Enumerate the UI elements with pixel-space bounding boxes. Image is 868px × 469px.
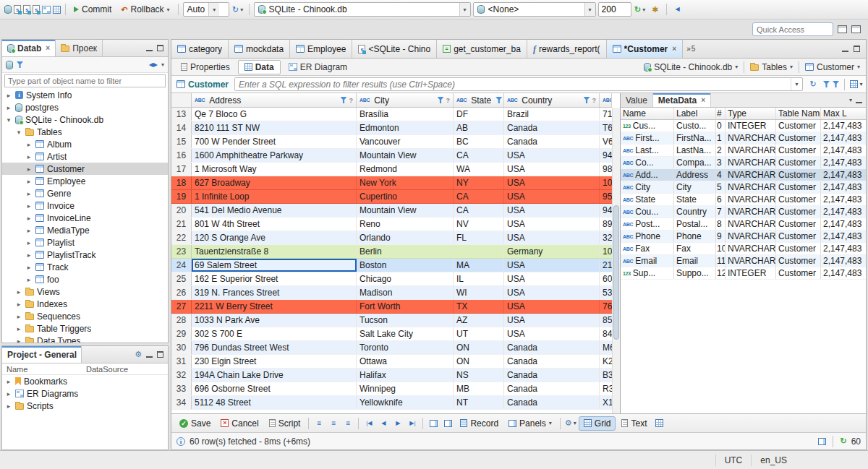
- row-number[interactable]: 26: [171, 286, 192, 299]
- export-panel-icon[interactable]: [818, 438, 826, 445]
- grid-cell[interactable]: 71: [600, 108, 612, 121]
- metadata-maxlen[interactable]: 2,147,483: [821, 243, 866, 254]
- tree-item-system-info[interactable]: ▸System Info: [2, 89, 168, 101]
- metadata-table[interactable]: Customer: [776, 181, 821, 193]
- grid-cell[interactable]: CA: [454, 204, 504, 217]
- grid-cell[interactable]: AB: [454, 121, 504, 134]
- grid-cell[interactable]: 230 Elgin Street: [192, 355, 357, 368]
- fetch-size-input[interactable]: [598, 2, 631, 17]
- filter-icon[interactable]: [438, 97, 444, 103]
- grid-cell[interactable]: 700 W Pender Street: [192, 135, 357, 148]
- expander-icon[interactable]: ▸: [25, 215, 33, 222]
- grid-cell[interactable]: 84: [600, 327, 612, 340]
- grid-cell[interactable]: Winnipeg: [357, 382, 454, 395]
- grid-cell[interactable]: 32: [600, 231, 612, 244]
- table-row[interactable]: 32194A Chain Lake DriveHalifaxNSCanadaB3: [171, 369, 612, 382]
- first-row-icon[interactable]: |◀: [362, 416, 375, 431]
- tree-item-postgres[interactable]: ▸postgres: [2, 101, 168, 113]
- metadata-label[interactable]: Country: [674, 206, 716, 218]
- metadata-column-name[interactable]: Name: [621, 108, 674, 119]
- table-row[interactable]: 345112 48 StreetYellowknifeNTCanadaX1: [171, 396, 612, 410]
- grid-cell[interactable]: Canada: [504, 121, 600, 134]
- metadata-type[interactable]: NVARCHAR: [726, 206, 776, 218]
- metadata-name-cell[interactable]: ABCPhone: [621, 231, 674, 242]
- row-number[interactable]: 17: [171, 163, 192, 176]
- row-number[interactable]: 20: [171, 204, 192, 217]
- auto-refresh-icon[interactable]: ↻▾: [231, 2, 244, 17]
- help-icon[interactable]: ?: [446, 97, 451, 104]
- grid-cell[interactable]: Orlando: [357, 231, 454, 244]
- tab-metadata[interactable]: MetaData×: [653, 93, 711, 107]
- table-row[interactable]: 25162 E Superior StreetChicagoILUSA60: [171, 272, 612, 286]
- grid-cell[interactable]: 162 E Superior Street: [192, 272, 357, 285]
- sql-editor-icon[interactable]: [14, 5, 21, 14]
- grid-cell[interactable]: IL: [454, 272, 504, 285]
- close-icon[interactable]: ×: [672, 45, 676, 53]
- metadata-maxlen[interactable]: 2,147,483: [821, 132, 866, 144]
- grid-cell[interactable]: 53: [600, 286, 612, 299]
- grid-cell[interactable]: USA: [504, 149, 600, 162]
- table-row[interactable]: 281033 N Park AveTucsonAZUSA85: [171, 314, 612, 327]
- rollback-button[interactable]: ↶ Rollback ▾: [117, 2, 173, 17]
- editor-tab-employee[interactable]: Employee: [290, 40, 352, 58]
- metadata-ordinal[interactable]: 0: [716, 120, 726, 132]
- grid-cell[interactable]: 10: [600, 245, 612, 258]
- metadata-maxlen[interactable]: 2,147,483: [821, 206, 866, 218]
- grid-cell[interactable]: V6: [600, 135, 612, 148]
- metadata-ordinal[interactable]: 12: [716, 267, 726, 279]
- grid-cell[interactable]: 120 S Orange Ave: [192, 231, 357, 244]
- table-row[interactable]: 272211 W Berry StreetFort WorthTXUSA76: [171, 300, 612, 314]
- tree-item-foo[interactable]: ▸foo: [2, 273, 168, 285]
- metadata-type[interactable]: NVARCHAR: [726, 145, 776, 156]
- row-number[interactable]: 29: [171, 327, 192, 340]
- metadata-label[interactable]: Phone: [674, 231, 716, 242]
- metadata-label[interactable]: State: [674, 194, 716, 205]
- metadata-ordinal[interactable]: 7: [716, 206, 726, 218]
- tree-item-playlisttrack[interactable]: ▸PlaylistTrack: [2, 249, 168, 261]
- schema-select[interactable]: <None> ▾: [473, 2, 596, 17]
- save-button[interactable]: Save: [175, 416, 215, 431]
- save-filter-icon[interactable]: [833, 81, 839, 87]
- metadata-table[interactable]: Customer: [776, 267, 821, 279]
- metadata-maxlen[interactable]: 2,147,483: [821, 218, 866, 230]
- expander-icon[interactable]: ▸: [5, 390, 12, 397]
- help-icon[interactable]: ?: [592, 97, 597, 104]
- table-row[interactable]: 15700 W Pender StreetVancouverBCCanadaV6: [171, 135, 612, 149]
- grid-cell[interactable]: MA: [454, 259, 504, 272]
- metadata-type[interactable]: NVARCHAR: [726, 157, 776, 168]
- editor-tab-customer[interactable]: *Customer×: [607, 40, 684, 58]
- metadata-column-type[interactable]: Type: [726, 108, 776, 119]
- expander-icon[interactable]: ▸: [25, 202, 33, 210]
- metadata-column-item[interactable]: #: [716, 108, 726, 119]
- grid-cell[interactable]: 1033 N Park Ave: [192, 314, 357, 327]
- grid-cell[interactable]: M6: [600, 341, 612, 354]
- grid-cell[interactable]: 696 Osborne Street: [192, 382, 357, 395]
- metadata-ordinal[interactable]: 2: [716, 145, 726, 156]
- grid-cell[interactable]: [454, 245, 504, 258]
- grid-cell[interactable]: Madison: [357, 286, 454, 299]
- grid-cell[interactable]: Tucson: [357, 314, 454, 327]
- expander-icon[interactable]: ▸: [5, 403, 12, 410]
- row-number[interactable]: 33: [171, 382, 192, 395]
- metadata-name-cell[interactable]: ABCEmail: [621, 255, 674, 267]
- grid-cell[interactable]: TX: [454, 300, 504, 313]
- grid-cell[interactable]: Reno: [357, 218, 454, 231]
- grid-cell[interactable]: Toronto: [357, 341, 454, 354]
- tree-item-invoice[interactable]: ▸Invoice: [2, 199, 168, 212]
- expander-icon[interactable]: ▸: [25, 239, 33, 246]
- metadata-table[interactable]: Customer: [776, 218, 821, 230]
- grid-cell[interactable]: Salt Lake City: [357, 327, 454, 340]
- table-row[interactable]: 23Tauentzienstraße 8BerlinGermany10: [171, 245, 612, 259]
- tree-item-mediatype[interactable]: ▸MediaType: [2, 224, 168, 236]
- grid-cell[interactable]: WA: [454, 163, 504, 176]
- maximize-icon[interactable]: [157, 45, 163, 51]
- grid-cell[interactable]: CA: [454, 149, 504, 162]
- expander-icon[interactable]: ▸: [5, 378, 12, 385]
- metadata-row[interactable]: ABCStateState6NVARCHARCustomer2,147,483: [621, 194, 866, 206]
- metadata-maxlen[interactable]: 2,147,483: [821, 120, 866, 132]
- metadata-table[interactable]: Customer: [776, 255, 821, 267]
- metadata-row[interactable]: 123Cus...Custo...0INTEGERCustomer2,147,4…: [621, 120, 866, 132]
- grid-view-button[interactable]: Grid: [579, 416, 616, 431]
- text-view-button[interactable]: Text: [617, 416, 651, 431]
- active-table[interactable]: Customer: [174, 79, 231, 90]
